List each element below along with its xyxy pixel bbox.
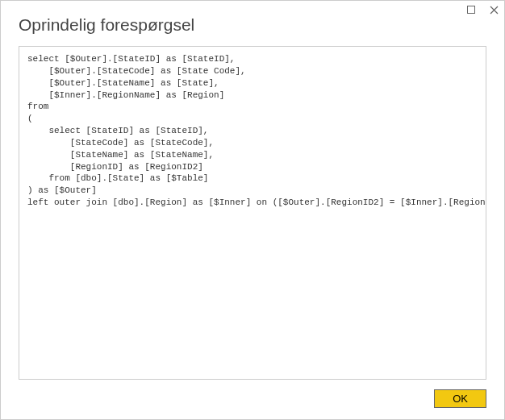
ok-button[interactable]: OK <box>434 389 486 408</box>
dialog-content: Oprindelig forespørgsel select [$Outer].… <box>1 1 504 419</box>
maximize-icon[interactable] <box>465 4 477 15</box>
query-textarea[interactable]: select [$Outer].[StateID] as [StateID], … <box>19 46 486 380</box>
button-row: OK <box>19 389 486 408</box>
dialog-title: Oprindelig forespørgsel <box>19 15 486 35</box>
titlebar-controls <box>465 4 499 15</box>
close-icon[interactable] <box>488 4 499 15</box>
